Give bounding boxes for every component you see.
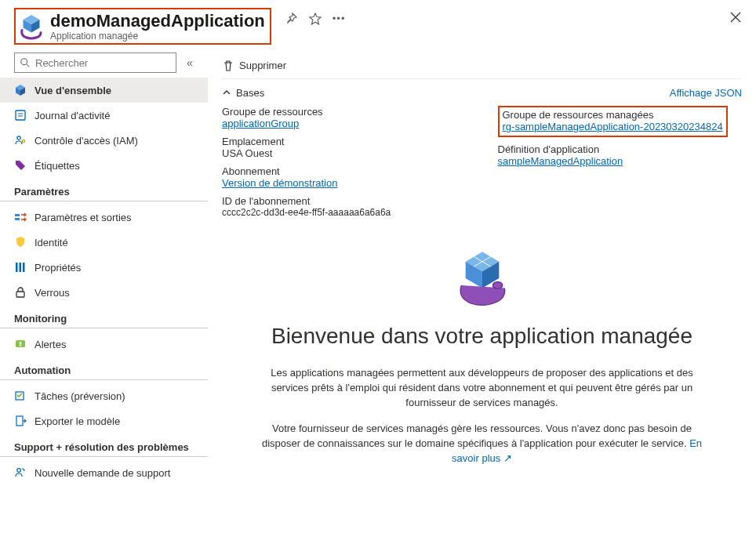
params-icon bbox=[14, 211, 27, 223]
managed-resource-group-link[interactable]: rg-sampleManagedApplication-202303202348… bbox=[503, 121, 723, 132]
tag-icon bbox=[14, 159, 27, 172]
main-content: Supprimer Bases Affichage JSON Groupe de… bbox=[208, 49, 756, 533]
support-icon bbox=[14, 466, 27, 479]
header: demoManagedApplication Application manag… bbox=[0, 0, 756, 49]
close-icon[interactable] bbox=[729, 11, 742, 24]
pin-icon[interactable] bbox=[285, 13, 298, 25]
more-icon[interactable]: ••• bbox=[333, 13, 345, 25]
export-template-icon bbox=[14, 415, 27, 427]
welcome-illustration-icon bbox=[447, 248, 518, 310]
svg-rect-23 bbox=[16, 416, 23, 426]
ess-field-resource-group: Groupe de ressources applicationGroup bbox=[222, 106, 467, 129]
svg-line-4 bbox=[27, 64, 30, 67]
delete-button[interactable]: Supprimer bbox=[222, 60, 286, 72]
sidebar-item-alerts[interactable]: Alertes bbox=[0, 332, 208, 357]
chevron-up-icon bbox=[222, 88, 231, 97]
sidebar-item-identity[interactable]: Identité bbox=[0, 230, 208, 255]
sidebar-item-locks[interactable]: Verrous bbox=[0, 280, 208, 305]
sidebar: « Vue d'ensemble Journal d'activité Cont… bbox=[0, 49, 208, 533]
essentials-header-label: Bases bbox=[236, 87, 264, 99]
sidebar-item-label: Journal d'activité bbox=[35, 110, 110, 121]
welcome-title: Bienvenue dans votre application managée bbox=[222, 324, 742, 349]
svg-rect-14 bbox=[15, 218, 20, 220]
ess-field-subscription: Abonnement Version de démonstration bbox=[222, 165, 467, 189]
sidebar-item-access-control[interactable]: Contrôle d'accès (IAM) bbox=[0, 128, 208, 153]
sidebar-item-label: Contrôle d'accès (IAM) bbox=[35, 135, 138, 147]
iam-icon bbox=[14, 134, 27, 147]
sidebar-item-label: Propriétés bbox=[35, 262, 81, 274]
page-title: demoManagedApplication bbox=[50, 11, 265, 31]
welcome-paragraph-2: Votre fournisseur de services managés gè… bbox=[261, 422, 703, 466]
svg-point-3 bbox=[21, 59, 27, 65]
command-bar: Supprimer bbox=[222, 53, 742, 79]
search-input[interactable] bbox=[34, 56, 171, 70]
sidebar-item-label: Paramètres et sorties bbox=[35, 212, 132, 223]
managed-app-logo-icon bbox=[17, 13, 45, 41]
activity-log-icon bbox=[14, 109, 27, 121]
identity-icon bbox=[14, 236, 27, 248]
search-input-wrapper[interactable] bbox=[14, 53, 176, 73]
sidebar-section-settings: Paramètres bbox=[0, 178, 208, 201]
page-subtitle: Application managée bbox=[50, 31, 265, 42]
sidebar-section-monitoring: Monitoring bbox=[0, 305, 208, 328]
lock-icon bbox=[14, 286, 27, 299]
sidebar-item-params-outputs[interactable]: Paramètres et sorties bbox=[0, 205, 208, 230]
svg-rect-15 bbox=[16, 263, 18, 272]
sidebar-item-activity-log[interactable]: Journal d'activité bbox=[0, 103, 208, 128]
ess-field-subscription-id: ID de l'abonnement cccc2c2c-dd3d-ee4e-ff… bbox=[222, 195, 467, 218]
welcome-paragraph-1: Les applications managées permettent aux… bbox=[261, 366, 703, 411]
sidebar-item-label: Vue d'ensemble bbox=[35, 85, 111, 96]
sidebar-item-label: Nouvelle demande de support bbox=[35, 467, 170, 479]
delete-button-label: Supprimer bbox=[239, 60, 286, 71]
sidebar-item-label: Étiquettes bbox=[35, 160, 80, 172]
essentials-toggle[interactable]: Bases bbox=[222, 87, 264, 99]
sidebar-item-label: Exporter le modèle bbox=[35, 415, 120, 427]
sidebar-item-new-support-request[interactable]: Nouvelle demande de support bbox=[0, 460, 208, 485]
trash-icon bbox=[222, 60, 234, 72]
search-icon bbox=[20, 57, 31, 68]
properties-icon bbox=[14, 261, 27, 274]
resource-group-link[interactable]: applicationGroup bbox=[222, 118, 299, 129]
json-view-link[interactable]: Affichage JSON bbox=[670, 87, 742, 99]
sidebar-section-support: Support + résolution des problèmes bbox=[0, 433, 208, 457]
sidebar-section-automation: Automation bbox=[0, 357, 208, 380]
sidebar-item-tasks[interactable]: Tâches (préversion) bbox=[0, 383, 208, 408]
collapse-sidebar-icon[interactable]: « bbox=[183, 56, 197, 69]
sidebar-item-label: Alertes bbox=[35, 339, 66, 350]
svg-rect-8 bbox=[16, 111, 25, 120]
svg-point-11 bbox=[17, 136, 20, 140]
tasks-icon bbox=[14, 390, 27, 402]
sidebar-item-label: Tâches (préversion) bbox=[35, 390, 125, 402]
essentials-grid: Groupe de ressources applicationGroup Em… bbox=[222, 106, 742, 224]
title-highlight-box: demoManagedApplication Application manag… bbox=[14, 8, 271, 45]
svg-point-12 bbox=[22, 140, 24, 143]
app-definition-link[interactable]: sampleManagedApplication bbox=[498, 155, 623, 167]
svg-rect-16 bbox=[20, 263, 22, 272]
sidebar-item-overview[interactable]: Vue d'ensemble bbox=[0, 78, 208, 103]
subscription-link[interactable]: Version de démonstration bbox=[222, 177, 337, 189]
favorite-star-icon[interactable] bbox=[309, 13, 322, 25]
alerts-icon bbox=[14, 338, 27, 350]
svg-rect-20 bbox=[20, 342, 21, 345]
ess-field-location: Emplacement USA Ouest bbox=[222, 136, 467, 159]
managed-rg-highlight-box: Groupe de ressources managées rg-sampleM… bbox=[498, 106, 728, 137]
svg-point-30 bbox=[492, 282, 502, 289]
sidebar-item-properties[interactable]: Propriétés bbox=[0, 255, 208, 280]
sidebar-item-tags[interactable]: Étiquettes bbox=[0, 153, 208, 178]
ess-field-app-definition: Définition d'application sampleManagedAp… bbox=[498, 143, 743, 167]
svg-point-24 bbox=[17, 469, 21, 473]
svg-rect-18 bbox=[16, 292, 24, 297]
sidebar-item-label: Identité bbox=[35, 237, 68, 248]
svg-rect-17 bbox=[23, 263, 25, 272]
svg-rect-13 bbox=[15, 214, 20, 216]
cube-icon bbox=[14, 84, 27, 96]
welcome-block: Bienvenue dans votre application managée… bbox=[222, 224, 742, 466]
sidebar-item-label: Verrous bbox=[35, 287, 70, 299]
sidebar-item-export-template[interactable]: Exporter le modèle bbox=[0, 408, 208, 433]
svg-rect-21 bbox=[20, 345, 21, 346]
